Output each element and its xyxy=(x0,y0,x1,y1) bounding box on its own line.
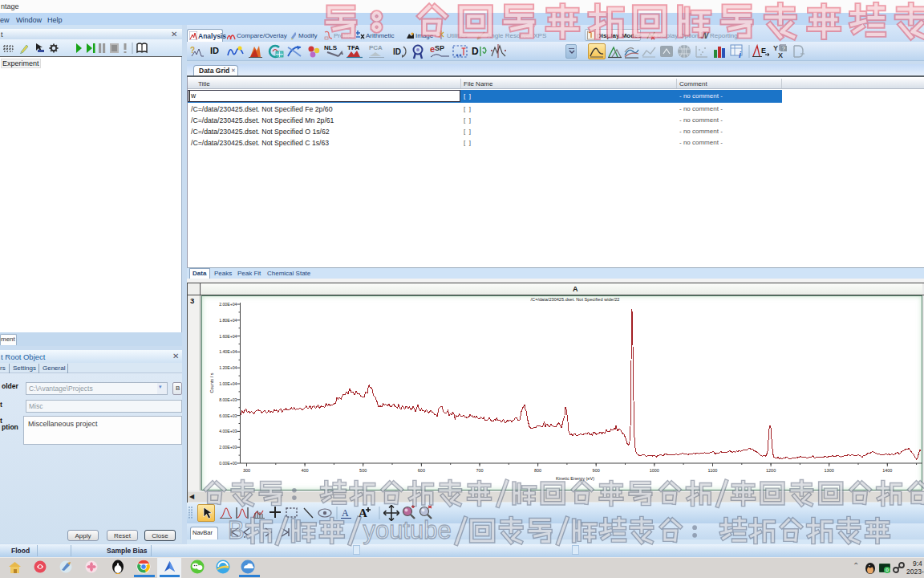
svg-text:B: B xyxy=(228,516,245,544)
svg-text:youtube: youtube xyxy=(363,516,451,544)
